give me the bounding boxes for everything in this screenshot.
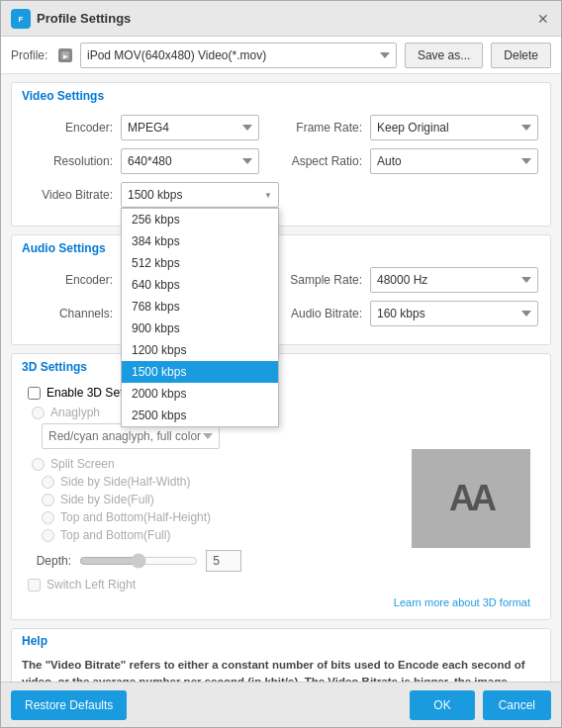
frame-rate-row: Frame Rate: Keep Original xyxy=(281,115,540,140)
top-bottom-half-radio[interactable] xyxy=(42,511,54,524)
bitrate-option-512[interactable]: 512 kbps xyxy=(122,252,278,274)
dialog-footer: Restore Defaults OK Cancel xyxy=(1,682,561,727)
enable-3d-checkbox[interactable] xyxy=(28,387,41,400)
split-screen-radio-row: Split Screen xyxy=(22,457,392,471)
top-bottom-half-label: Top and Bottom(Half-Height) xyxy=(60,510,211,524)
encoder-label: Encoder: xyxy=(22,121,121,135)
aspect-ratio-select[interactable]: Auto xyxy=(370,148,538,174)
resolution-label: Resolution: xyxy=(22,154,121,168)
depth-label: Depth: xyxy=(22,554,71,568)
bitrate-option-640[interactable]: 640 kbps xyxy=(122,274,278,296)
aspect-ratio-row: Aspect Ratio: Auto xyxy=(281,148,540,174)
split-screen-label[interactable]: Split Screen xyxy=(50,457,115,471)
audio-bitrate-label: Audio Bitrate: xyxy=(281,307,370,320)
audio-bitrate-select[interactable]: 160 kbps xyxy=(370,301,538,326)
sample-rate-label: Sample Rate: xyxy=(281,273,370,287)
profile-bar: Profile: ▶ iPod MOV(640x480) Video(*.mov… xyxy=(1,37,561,74)
side-by-side-half-label: Side by Side(Half-Width) xyxy=(60,475,190,489)
side-by-side-half-radio[interactable] xyxy=(42,476,54,489)
video-bitrate-select[interactable]: 1500 kbps xyxy=(121,182,279,208)
video-settings-body: Encoder: MPEG4 Resolution: 640*480 xyxy=(12,109,550,226)
app-icon: F xyxy=(11,9,31,29)
help-text: The "Video Bitrate" refers to either a c… xyxy=(22,659,524,682)
three-d-settings-body: Enable 3D Settings Anaglyph Red/cyan ana… xyxy=(12,380,550,619)
depth-row: Depth: xyxy=(22,550,392,572)
aspect-ratio-label: Aspect Ratio: xyxy=(281,154,370,168)
video-settings-left-col: Encoder: MPEG4 Resolution: 640*480 xyxy=(22,115,281,216)
profile-settings-dialog: F Profile Settings ✕ Profile: ▶ iPod MOV… xyxy=(0,0,562,728)
svg-text:▶: ▶ xyxy=(63,53,68,59)
resolution-row: Resolution: 640*480 xyxy=(22,148,281,174)
split-screen-radio[interactable] xyxy=(32,458,45,471)
encoder-row: Encoder: MPEG4 xyxy=(22,115,281,140)
frame-rate-select[interactable]: Keep Original xyxy=(370,115,538,140)
delete-button[interactable]: Delete xyxy=(491,43,551,68)
profile-label: Profile: xyxy=(11,48,50,62)
top-bottom-full-radio[interactable] xyxy=(42,529,54,542)
video-bitrate-label: Video Bitrate: xyxy=(22,188,121,202)
three-d-settings-section: 3D Settings Enable 3D Settings Anaglyph xyxy=(11,353,551,620)
top-bottom-half-row: Top and Bottom(Half-Height) xyxy=(42,510,392,524)
anaglyph-radio[interactable] xyxy=(32,407,45,419)
dialog-title: Profile Settings xyxy=(37,11,131,26)
title-bar-left: F Profile Settings xyxy=(11,9,131,29)
enable-3d-row: Enable 3D Settings xyxy=(22,386,540,400)
three-d-preview: AA xyxy=(392,406,540,592)
video-settings-columns: Encoder: MPEG4 Resolution: 640*480 xyxy=(22,115,540,216)
three-d-options-body: Anaglyph Red/cyan anaglyph, full color S… xyxy=(22,406,540,592)
audio-settings-body: Encoder: AAC Channels: Stereo xyxy=(12,261,550,344)
video-bitrate-row: Video Bitrate: 1500 kbps 256 kbps 384 kb… xyxy=(22,182,281,208)
side-by-side-full-label: Side by Side(Full) xyxy=(60,493,154,506)
encoder-select[interactable]: MPEG4 xyxy=(121,115,259,140)
depth-value-input[interactable] xyxy=(206,550,241,572)
restore-defaults-button[interactable]: Restore Defaults xyxy=(11,690,127,720)
switch-left-right-label[interactable]: Switch Left Right xyxy=(47,578,136,592)
audio-settings-section: Audio Settings Encoder: AAC Channels: xyxy=(11,234,551,345)
anaglyph-label[interactable]: Anaglyph xyxy=(50,406,100,419)
split-screen-options: Side by Side(Half-Width) Side by Side(Fu… xyxy=(22,475,392,542)
switch-left-right-checkbox[interactable] xyxy=(28,579,41,592)
channels-label: Channels: xyxy=(22,307,121,320)
top-bottom-full-label: Top and Bottom(Full) xyxy=(60,528,170,542)
bitrate-option-768[interactable]: 768 kbps xyxy=(122,296,278,318)
profile-type-icon: ▶ xyxy=(58,48,72,62)
bitrate-option-900[interactable]: 900 kbps xyxy=(122,318,278,339)
frame-rate-label: Frame Rate: xyxy=(281,121,370,135)
video-settings-section: Video Settings Encoder: MPEG4 Reso xyxy=(11,82,551,227)
bitrate-option-2000[interactable]: 2000 kbps xyxy=(122,383,278,405)
depth-slider[interactable] xyxy=(79,553,198,569)
bitrate-option-256[interactable]: 256 kbps xyxy=(122,209,278,230)
learn-more-link[interactable]: Learn more about 3D format xyxy=(394,596,530,608)
bitrate-option-384[interactable]: 384 kbps xyxy=(122,230,278,252)
video-settings-header: Video Settings xyxy=(12,83,550,109)
three-d-left-col: Anaglyph Red/cyan anaglyph, full color S… xyxy=(22,406,392,592)
close-button[interactable]: ✕ xyxy=(535,11,551,27)
bitrate-option-2500[interactable]: 2500 kbps xyxy=(122,405,278,426)
cancel-button[interactable]: Cancel xyxy=(483,690,551,720)
audio-settings-header: Audio Settings xyxy=(12,235,550,261)
bitrate-option-1500[interactable]: 1500 kbps xyxy=(122,361,278,383)
video-settings-right-col: Frame Rate: Keep Original Aspect Ratio: … xyxy=(281,115,540,216)
ok-button[interactable]: OK xyxy=(410,690,474,720)
audio-settings-columns: Encoder: AAC Channels: Stereo xyxy=(22,267,540,334)
sample-rate-row: Sample Rate: 48000 Hz xyxy=(281,267,540,293)
three-d-settings-header: 3D Settings xyxy=(12,354,550,380)
switch-row: Switch Left Right xyxy=(22,578,392,592)
preview-aa-text: AA xyxy=(449,478,493,519)
help-header: Help xyxy=(12,629,550,653)
save-as-button[interactable]: Save as... xyxy=(405,43,483,68)
learn-more-row: Learn more about 3D format xyxy=(22,595,540,609)
top-bottom-full-row: Top and Bottom(Full) xyxy=(42,528,392,542)
svg-text:F: F xyxy=(19,15,24,24)
sample-rate-select[interactable]: 48000 Hz xyxy=(370,267,538,293)
video-bitrate-container: 1500 kbps 256 kbps 384 kbps 512 kbps 640… xyxy=(121,182,279,208)
audio-bitrate-row: Audio Bitrate: 160 kbps xyxy=(281,301,540,326)
profile-select[interactable]: iPod MOV(640x480) Video(*.mov)MP4 VideoA… xyxy=(80,43,397,68)
bitrate-option-1200[interactable]: 1200 kbps xyxy=(122,339,278,361)
title-bar: F Profile Settings ✕ xyxy=(1,1,561,37)
bitrate-dropdown: 256 kbps 384 kbps 512 kbps 640 kbps 768 … xyxy=(121,208,279,427)
resolution-select[interactable]: 640*480 xyxy=(121,148,259,174)
side-by-side-half-row: Side by Side(Half-Width) xyxy=(42,475,392,489)
side-by-side-full-radio[interactable] xyxy=(42,494,54,506)
audio-encoder-label: Encoder: xyxy=(22,273,121,287)
